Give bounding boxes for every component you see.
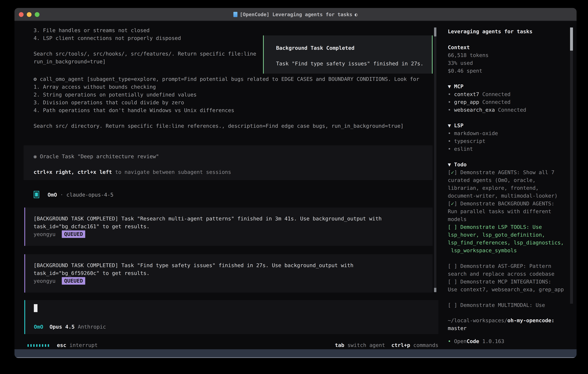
workspace-path: ~/local-workspaces/oh-my-opencode:: [448, 317, 555, 324]
mcp-section: ▼ MCP • context7 Connected • grep_app Co…: [448, 83, 526, 114]
mcp-name: context7: [454, 91, 479, 97]
scrollback-line: 3. File handles or streams not closed: [33, 26, 256, 34]
lsp-item: • eslint: [448, 145, 498, 153]
mcp-item: • websearch_exa Connected: [448, 106, 526, 114]
todo-item-line: document-writer, multimodal-looker): [448, 192, 564, 200]
checkbox-close: ]: [454, 169, 460, 175]
tool-call-block: ⚙ call_omo_agent [subagent_type=explore,…: [33, 75, 419, 130]
agent-model: claude-opus-4-5: [66, 192, 114, 198]
separator: ·: [57, 192, 66, 198]
toast-title: Background Task Completed: [276, 44, 355, 52]
workspace-path-prefix: ~/local-workspaces/: [448, 317, 507, 323]
mcp-heading[interactable]: ▼ MCP: [448, 83, 526, 90]
input-agent-name: OmO: [34, 324, 43, 330]
record-icon: ◉: [33, 154, 37, 159]
tab-key-hint: tab: [335, 342, 344, 348]
bullet-icon: •: [448, 338, 454, 344]
gear-icon: ⚙: [33, 76, 37, 82]
spacer-line: [33, 160, 433, 168]
checkbox-open: [: [448, 302, 451, 308]
lsp-heading[interactable]: ▼ LSP: [448, 122, 498, 129]
status-right: tab switch agent ctrl+p commands: [335, 341, 438, 349]
app-window: [OpenCode] Leveraging agents for tasks ◐…: [14, 8, 577, 358]
tool-call-line: 4. Path operations that don't handle Win…: [33, 106, 419, 114]
checkbox-open: [: [448, 169, 451, 175]
todo-item-line: curated agents (OmO, oracle,: [448, 176, 564, 184]
ctrlp-key-hint: ctrl+p: [385, 342, 410, 348]
todo-item-line: [ ] Demonstrate MCP INTEGRATIONS:: [448, 278, 564, 286]
scrollback-block: 3. File handles or streams not closed 4.…: [33, 26, 256, 65]
version-name-dim: Open: [454, 338, 467, 344]
agent-header-line: OmO · claude-opus-4-5: [48, 191, 114, 199]
tool-call-line: 1. Array access without bounds checking: [33, 83, 419, 91]
task-message-card: [BACKGROUND TASK COMPLETED] Task "Resear…: [24, 208, 433, 246]
todo-item-line: search and replace across codebase: [448, 270, 564, 278]
message-line: [BACKGROUND TASK COMPLETED] Task "Find t…: [33, 261, 433, 269]
lsp-section: ▼ LSP • markdown-oxide • typescript • es…: [448, 122, 498, 153]
tool-call-header: ⚙ call_omo_agent [subagent_type=explore,…: [33, 75, 419, 83]
todo-item-line: lsp_hover, lsp_goto_definition,: [448, 231, 564, 239]
lsp-item: • typescript: [448, 137, 498, 145]
tool-call-line: [33, 114, 419, 122]
mcp-name: grep_app: [454, 99, 479, 105]
agent-name: OmO: [48, 192, 57, 198]
toast-notification[interactable]: Background Task Completed Task "Find typ…: [263, 35, 433, 74]
main-scrollbar[interactable]: [434, 28, 436, 292]
message-line: [BACKGROUND TASK COMPLETED] Task "Resear…: [33, 215, 433, 223]
mcp-status: Connected: [495, 107, 526, 113]
titlebar: [OpenCode] Leveraging agents for tasks ◐: [14, 8, 577, 21]
mcp-name: websearch_exa: [454, 107, 495, 113]
input-provider-label: Anthropic: [75, 324, 106, 330]
status-left: esc interrupt: [28, 341, 98, 349]
scrollback-line: [33, 42, 256, 50]
ctrlp-key-label: commands: [410, 342, 438, 348]
tool-call-text: call_omo_agent [subagent_type=explore, p…: [40, 76, 419, 82]
version-line: • OpenCode 1.0.163: [448, 337, 504, 345]
todo-text: Demonstrate BACKGROUND AGENTS:: [460, 201, 555, 207]
todo-text: Demonstrate MULTIMODAL: Use: [460, 302, 545, 308]
check-icon: [451, 302, 454, 308]
workspace-block: ~/local-workspaces/oh-my-opencode: maste…: [448, 317, 555, 332]
input-model-label: Opus 4.5: [43, 324, 75, 330]
text-cursor: [34, 304, 37, 312]
todo-item-line: [ ] Demonstrate AST-GREP: Pattern: [448, 262, 564, 270]
checkbox-close: ]: [454, 263, 460, 269]
spacer-line: [448, 254, 564, 262]
workspace-repo: oh-my-opencode:: [507, 317, 555, 323]
scrollback-line: run_in_background=true]: [33, 58, 256, 65]
author-label: yeongyu: [33, 231, 56, 237]
check-icon: ✓: [451, 169, 454, 175]
branch-label: master: [448, 324, 555, 332]
mcp-item: • grep_app Connected: [448, 98, 526, 106]
mcp-status: Connected: [479, 99, 511, 105]
context-tokens: 66,518 tokens: [448, 51, 489, 59]
esc-key-hint: esc: [57, 342, 66, 348]
message-meta-line: yeongyu QUEUED: [33, 230, 433, 238]
tool-call-line: 2. String operations on potentially unde…: [33, 91, 419, 99]
check-icon: [451, 224, 454, 230]
sidebar-scrollbar[interactable]: [570, 28, 573, 304]
hint-text: to navigate between subagent sessions: [112, 169, 231, 175]
todo-heading[interactable]: ▼ Todo: [448, 161, 564, 168]
window-bottom-bar: [14, 349, 577, 358]
main-scrollbar-thumb[interactable]: [434, 28, 436, 36]
checkbox-open: [: [448, 224, 451, 230]
sidebar-scrollbar-thumb[interactable]: [570, 28, 573, 51]
todo-text: Demonstrate MCP INTEGRATIONS:: [460, 279, 551, 285]
sidebar-title: Leveraging agents for tasks: [448, 28, 532, 35]
oracle-task-title: Oracle Task "Deep architecture review": [40, 154, 159, 159]
lsp-item: • markdown-oxide: [448, 129, 498, 137]
todo-item-line: lsp_find_references, lsp_diagnostics,: [448, 239, 564, 247]
prompt-input[interactable]: OmO Opus 4.5 Anthropic: [24, 300, 438, 334]
oracle-hint-line: ctrl+x right, ctrl+x left to navigate be…: [33, 168, 433, 176]
checkbox-open: [: [448, 279, 451, 285]
loading-circle-icon: ◐: [355, 11, 357, 17]
status-badge: QUEUED: [62, 230, 85, 238]
mcp-item: • context7 Connected: [448, 90, 526, 98]
hint-keys: ctrl+x right, ctrl+x left: [33, 169, 112, 175]
context-spent: $0.46 spent: [448, 67, 489, 75]
toast-body: Task "Find type safety issues" finished …: [276, 60, 423, 68]
todo-item-line: Run parallel tasks with different: [448, 208, 564, 215]
main-scrollbar-end[interactable]: [434, 288, 436, 292]
todo-text: Demonstrate AST-GREP: Pattern: [460, 263, 551, 269]
